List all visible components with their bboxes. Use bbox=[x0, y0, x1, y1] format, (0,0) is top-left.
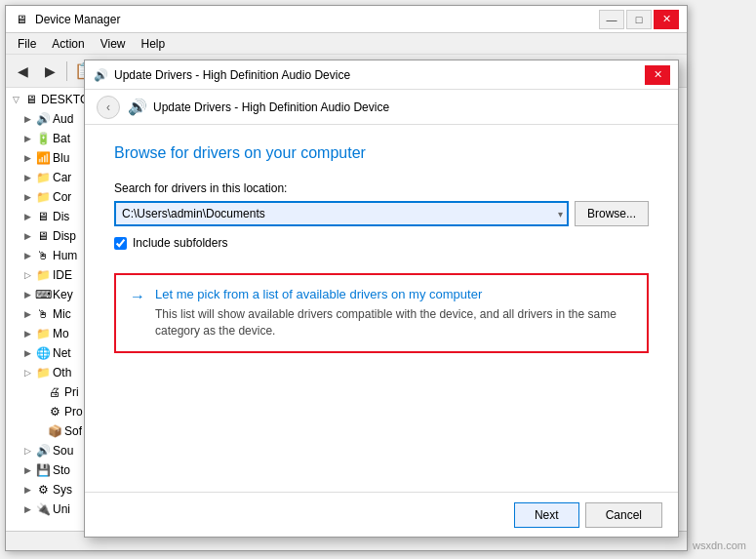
expand-icon bbox=[33, 425, 45, 437]
browse-button[interactable]: Browse... bbox=[575, 201, 649, 226]
expand-icon: ▷ bbox=[21, 367, 33, 379]
expand-icon: ▶ bbox=[21, 250, 33, 261]
expand-icon: ▶ bbox=[21, 211, 33, 222]
tree-label: IDE bbox=[53, 268, 72, 282]
mouse-icon: 🖱 bbox=[35, 306, 51, 322]
expand-icon: ▶ bbox=[21, 113, 33, 125]
search-location-row: C:\Users\admin\Documents Browse... bbox=[114, 201, 649, 226]
expand-icon: ▶ bbox=[21, 503, 33, 515]
menu-view[interactable]: View bbox=[93, 35, 134, 53]
tree-label: Oth bbox=[53, 366, 71, 379]
bluetooth-icon: 📶 bbox=[35, 150, 51, 166]
dialog-title-text: Update Drivers - High Definition Audio D… bbox=[114, 68, 645, 82]
tree-label: Uni bbox=[53, 502, 70, 516]
usb-icon: 🔌 bbox=[35, 501, 51, 517]
folder-icon: 📁 bbox=[35, 170, 51, 185]
menu-help[interactable]: Help bbox=[134, 35, 174, 53]
software-icon: 📦 bbox=[47, 423, 62, 439]
toolbar-separator-1 bbox=[66, 61, 67, 81]
tree-label: Pro bbox=[64, 405, 83, 419]
expand-icon: ▶ bbox=[21, 133, 33, 144]
next-button[interactable]: Next bbox=[514, 502, 579, 528]
dialog-heading: Browse for drivers on your computer bbox=[114, 144, 649, 162]
include-subfolders-label[interactable]: Include subfolders bbox=[133, 236, 227, 250]
tree-label: Sof bbox=[64, 424, 82, 438]
cancel-button[interactable]: Cancel bbox=[585, 502, 662, 528]
app-icon: 🖥 bbox=[14, 12, 29, 27]
expand-icon: ▶ bbox=[21, 308, 33, 320]
close-button[interactable]: ✕ bbox=[654, 10, 679, 29]
dialog-title-bar: 🔊 Update Drivers - High Definition Audio… bbox=[85, 60, 678, 90]
search-path-select[interactable]: C:\Users\admin\Documents bbox=[114, 201, 569, 226]
expand-icon: ▷ bbox=[21, 445, 33, 457]
storage-icon: 💾 bbox=[35, 462, 51, 478]
include-subfolders-row: Include subfolders bbox=[114, 236, 649, 250]
dialog-title-icon: 🔊 bbox=[93, 67, 108, 83]
dialog-close-button[interactable]: ✕ bbox=[645, 65, 670, 85]
dialog-nav-title-area: 🔊 Update Drivers - High Definition Audio… bbox=[128, 98, 389, 116]
processor-icon: ⚙ bbox=[47, 404, 62, 419]
monitor-icon: 📁 bbox=[35, 326, 51, 341]
folder-icon: 📁 bbox=[35, 189, 51, 205]
dialog-content: Browse for drivers on your computer Sear… bbox=[85, 125, 678, 492]
back-button[interactable]: ◀ bbox=[10, 59, 35, 84]
pick-from-list-option[interactable]: → Let me pick from a list of available d… bbox=[114, 273, 649, 353]
expand-icon: ▶ bbox=[21, 464, 33, 476]
printer-icon: 🖨 bbox=[47, 384, 62, 400]
tree-root-label: DESKTC bbox=[41, 93, 89, 106]
watermark: wsxdn.com bbox=[693, 539, 746, 551]
pick-text-area: Let me pick from a list of available dri… bbox=[155, 287, 633, 339]
sound-icon: 🔊 bbox=[35, 443, 51, 459]
expand-icon bbox=[33, 386, 45, 398]
keyboard-icon: ⌨ bbox=[35, 287, 51, 302]
tree-label: Sou bbox=[53, 444, 73, 458]
menu-file[interactable]: File bbox=[10, 35, 44, 53]
dialog-back-button[interactable]: ‹ bbox=[97, 96, 120, 119]
pick-arrow-icon: → bbox=[130, 288, 145, 305]
dialog-nav-title: Update Drivers - High Definition Audio D… bbox=[153, 100, 389, 114]
device-manager-window: 🖥 Device Manager — □ ✕ File Action View … bbox=[5, 5, 688, 551]
dialog-nav: ‹ 🔊 Update Drivers - High Definition Aud… bbox=[85, 90, 678, 125]
dialog-footer: Next Cancel bbox=[85, 492, 678, 537]
tree-label: Aud bbox=[53, 112, 73, 126]
tree-label: Net bbox=[53, 346, 71, 360]
search-path-wrapper: C:\Users\admin\Documents bbox=[114, 201, 569, 226]
audio-icon: 🔊 bbox=[35, 111, 51, 127]
menubar: File Action View Help bbox=[6, 33, 687, 55]
pick-description: This list will show available drivers co… bbox=[155, 306, 633, 339]
search-label: Search for drivers in this location: bbox=[114, 181, 649, 195]
maximize-button[interactable]: □ bbox=[626, 10, 652, 29]
tree-label: Cor bbox=[53, 190, 71, 204]
forward-button[interactable]: ▶ bbox=[37, 59, 62, 84]
system-icon: ⚙ bbox=[35, 482, 51, 498]
window-controls: — □ ✕ bbox=[599, 10, 679, 29]
display2-icon: 🖥 bbox=[35, 228, 51, 244]
expand-icon: ▶ bbox=[21, 172, 33, 183]
tree-label: Dis bbox=[53, 210, 69, 223]
expand-icon: ▶ bbox=[21, 152, 33, 164]
tree-label: Disp bbox=[53, 229, 76, 243]
expand-icon: ▶ bbox=[21, 230, 33, 242]
expand-icon: ▶ bbox=[21, 289, 33, 300]
hid-icon: 🖱 bbox=[35, 248, 51, 263]
battery-icon: 🔋 bbox=[35, 131, 51, 146]
tree-label: Sys bbox=[53, 483, 72, 497]
expand-icon: ▷ bbox=[21, 269, 33, 281]
tree-label: Sto bbox=[53, 463, 70, 477]
window-title: Device Manager bbox=[35, 13, 599, 26]
network-icon: 🌐 bbox=[35, 345, 51, 361]
pick-title: Let me pick from a list of available dri… bbox=[155, 287, 633, 301]
tree-label: Blu bbox=[53, 151, 69, 165]
tree-label: Car bbox=[53, 171, 71, 184]
expand-icon: ▽ bbox=[10, 94, 21, 105]
display-icon: 🖥 bbox=[35, 209, 51, 224]
minimize-button[interactable]: — bbox=[599, 10, 624, 29]
nav-device-icon: 🔊 bbox=[128, 98, 147, 116]
menu-action[interactable]: Action bbox=[44, 35, 92, 53]
other-icon: 📁 bbox=[35, 365, 51, 380]
update-drivers-dialog: 🔊 Update Drivers - High Definition Audio… bbox=[84, 60, 679, 538]
tree-label: Pri bbox=[64, 385, 79, 399]
expand-icon: ▶ bbox=[21, 328, 33, 339]
expand-icon: ▶ bbox=[21, 347, 33, 359]
include-subfolders-checkbox[interactable] bbox=[114, 237, 127, 250]
